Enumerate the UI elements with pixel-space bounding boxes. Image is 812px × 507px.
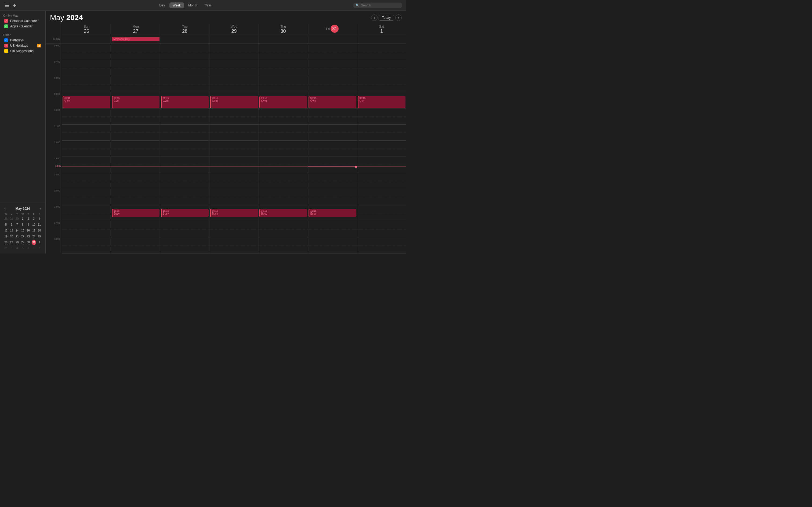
mini-cal-day[interactable]: 31 [32, 240, 36, 245]
mini-cal-day[interactable]: 17 [32, 228, 36, 233]
month-view-btn[interactable]: Month [185, 2, 200, 8]
allday-cell-thu[interactable] [258, 36, 308, 44]
day-column-0[interactable]: 09:15Gym [62, 44, 111, 253]
gym-event-0[interactable]: 09:15Gym [63, 96, 110, 108]
toolbar-right: 🔍 [353, 3, 402, 8]
gym-event-1[interactable]: 09:15Gym [112, 96, 160, 108]
mini-cal-day[interactable]: 4 [37, 216, 42, 222]
mini-cal-day[interactable]: 11 [37, 222, 42, 227]
mini-cal-day[interactable]: 7 [15, 222, 19, 227]
us-holidays-checkbox[interactable]: ✓ [4, 44, 8, 48]
day-column-4[interactable]: 09:15Gym16:15Busy [258, 44, 308, 253]
mini-cal-day[interactable]: 1 [37, 240, 42, 245]
search-box[interactable]: 🔍 [353, 3, 402, 8]
gym-event-5[interactable]: 09:15Gym [308, 96, 356, 108]
birthdays-checkbox[interactable]: ✓ [4, 39, 8, 42]
mini-cal-day[interactable]: 15 [20, 228, 25, 233]
mini-cal-day[interactable]: 29 [20, 240, 25, 245]
mini-cal-day[interactable]: 5 [4, 222, 8, 227]
half-hour-line [308, 116, 357, 117]
mini-cal-day[interactable]: 22 [20, 234, 25, 239]
gym-event-6[interactable]: 09:15Gym [358, 96, 405, 108]
mini-cal-day[interactable]: 5 [20, 246, 25, 251]
mini-cal-day[interactable]: 12 [4, 228, 8, 233]
mini-cal-prev-btn[interactable]: ‹ [3, 206, 6, 211]
mini-cal-day[interactable]: 2 [26, 216, 31, 222]
mini-cal-next-btn[interactable]: › [39, 206, 42, 211]
mini-cal-day[interactable]: 28 [15, 240, 19, 245]
mini-cal-day[interactable]: 25 [37, 234, 42, 239]
add-event-icon[interactable] [12, 3, 17, 8]
half-hour-line [160, 132, 209, 133]
mini-cal-day[interactable]: 8 [20, 222, 25, 227]
mini-cal-day[interactable]: 26 [4, 240, 8, 245]
day-column-3[interactable]: 09:15Gym16:15Busy [209, 44, 258, 253]
sidebar-item-us-holidays[interactable]: ✓ US Holidays 📶 [3, 43, 42, 48]
busy-event-5[interactable]: 16:15Busy [308, 209, 356, 217]
apple-calendar-checkbox[interactable]: ✓ [4, 24, 8, 28]
busy-event-2[interactable]: 16:15Busy [161, 209, 209, 217]
sidebar-item-birthdays[interactable]: ✓ Birthdays [3, 38, 42, 43]
mini-cal-day[interactable]: 27 [9, 240, 14, 245]
day-view-btn[interactable]: Day [156, 2, 168, 8]
mini-cal-day[interactable]: 8 [37, 246, 42, 251]
svg-rect-4 [13, 5, 16, 6]
personal-calendar-checkbox[interactable]: ✓ [4, 19, 8, 23]
memorial-day-event[interactable]: Memorial Day [112, 37, 160, 41]
allday-cell-sat[interactable] [357, 36, 406, 44]
allday-cell-fri[interactable] [308, 36, 357, 44]
mini-cal-day[interactable]: 14 [15, 228, 19, 233]
day-column-2[interactable]: 09:15Gym16:15Busy [160, 44, 209, 253]
day-column-1[interactable]: 09:15Gym16:15Busy [111, 44, 160, 253]
mini-cal-day[interactable]: 20 [9, 234, 14, 239]
today-btn[interactable]: Today [379, 15, 394, 21]
allday-cell-mon[interactable]: Memorial Day [111, 36, 160, 44]
mini-cal-day[interactable]: 3 [9, 246, 14, 251]
mini-cal-day[interactable]: 18 [37, 228, 42, 233]
allday-cell-wed[interactable] [209, 36, 258, 44]
sidebar-toggle-icon[interactable] [4, 3, 10, 8]
half-hour-line [62, 229, 111, 229]
mini-cal-day[interactable]: 2 [4, 246, 8, 251]
mini-cal-day[interactable]: 4 [15, 246, 19, 251]
busy-event-3[interactable]: 16:15Busy [210, 209, 258, 217]
mini-cal-day[interactable]: 23 [26, 234, 31, 239]
busy-event-1[interactable]: 16:15Busy [112, 209, 160, 217]
day-column-5[interactable]: 09:15Gym16:15Busy [308, 44, 357, 253]
allday-cell-sun[interactable] [62, 36, 111, 44]
hour-line [160, 221, 209, 221]
siri-suggestions-checkbox[interactable] [4, 49, 8, 53]
mini-cal-day[interactable]: 24 [32, 234, 36, 239]
mini-cal-day[interactable]: 19 [4, 234, 8, 239]
mini-cal-day[interactable]: 30 [26, 240, 31, 245]
sidebar-item-apple-calendar[interactable]: ✓ Apple Calendar [3, 23, 42, 29]
day-column-6[interactable]: 09:15Gym [357, 44, 406, 253]
mini-cal-day[interactable]: 16 [26, 228, 31, 233]
half-hour-line [111, 149, 160, 149]
gym-event-3[interactable]: 09:15Gym [210, 96, 258, 108]
half-hour-line [160, 229, 209, 229]
mini-cal-day[interactable]: 21 [15, 234, 19, 239]
cal-next-btn[interactable]: › [395, 14, 402, 21]
mini-cal-day[interactable]: 3 [32, 216, 36, 222]
week-view-btn[interactable]: Week [169, 2, 184, 8]
sidebar-item-siri-suggestions[interactable]: Siri Suggestions [3, 48, 42, 54]
allday-cell-tue[interactable] [160, 36, 209, 44]
cal-prev-btn[interactable]: ‹ [371, 14, 378, 21]
busy-event-4[interactable]: 16:15Busy [259, 209, 307, 217]
mini-cal-day[interactable]: 30 [15, 216, 19, 222]
mini-cal-day[interactable]: 13 [9, 228, 14, 233]
mini-cal-day[interactable]: 7 [32, 246, 36, 251]
gym-event-2[interactable]: 09:15Gym [161, 96, 209, 108]
mini-cal-day[interactable]: 6 [9, 222, 14, 227]
mini-cal-day[interactable]: 10 [32, 222, 36, 227]
year-view-btn[interactable]: Year [201, 2, 214, 8]
mini-cal-day[interactable]: 28 [4, 216, 8, 222]
mini-cal-day[interactable]: 29 [9, 216, 14, 222]
gym-event-4[interactable]: 09:15Gym [259, 96, 307, 108]
mini-cal-day[interactable]: 1 [20, 216, 25, 222]
search-input[interactable] [361, 3, 400, 7]
mini-cal-day[interactable]: 6 [26, 246, 31, 251]
mini-cal-day[interactable]: 9 [26, 222, 31, 227]
sidebar-item-personal-calendar[interactable]: ✓ Personal Calendar [3, 18, 42, 23]
